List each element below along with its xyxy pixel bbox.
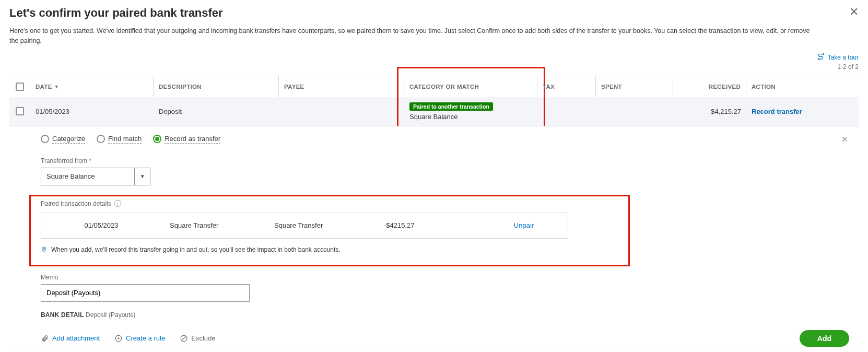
radio-unchecked-icon [41, 135, 49, 143]
memo-label: Memo [41, 274, 849, 281]
paired-payee: Square Transfer [266, 221, 376, 229]
paired-transaction-row: 01/05/2023 Square Transfer Square Transf… [41, 213, 568, 239]
col-category-label: CATEGORY OR MATCH [409, 84, 479, 90]
create-rule-link[interactable]: Create a rule [114, 334, 165, 342]
record-transfer-link[interactable]: Record transfer [752, 108, 802, 115]
row-payee [279, 106, 404, 116]
bank-detail-value: Deposit (Payouts) [86, 311, 135, 319]
col-spent[interactable]: SPENT [596, 76, 673, 97]
create-rule-label: Create a rule [126, 334, 165, 342]
col-date-label: DATE [36, 84, 52, 90]
paired-section-label: Paired transaction details [41, 200, 111, 207]
radio-find-match-label: Find match [108, 135, 142, 144]
table-row[interactable]: 01/05/2023 Deposit Paired to another tra… [9, 97, 859, 126]
row-category-value: Square Balance [409, 113, 458, 121]
radio-categorize[interactable]: Categorize [41, 135, 85, 144]
row-received: $4,215.27 [673, 102, 746, 121]
select-all-checkbox[interactable] [16, 83, 24, 91]
page-title: Let's confirm your paired bank transfer [9, 6, 223, 20]
row-tax [537, 106, 596, 116]
svg-line-5 [182, 336, 186, 340]
row-checkbox[interactable] [16, 107, 24, 115]
svg-point-0 [818, 58, 819, 59]
chevron-down-icon: ▾ [134, 168, 150, 185]
location-pin-icon [41, 246, 47, 255]
col-description[interactable]: DESCRIPTION [154, 76, 279, 97]
unpair-link[interactable]: Unpair [514, 221, 534, 229]
col-date[interactable]: DATE ▼ [30, 76, 154, 97]
exclude-icon [180, 334, 187, 342]
add-button[interactable]: Add [800, 330, 849, 347]
exclude-label: Exclude [191, 334, 215, 342]
lightning-icon [114, 334, 122, 342]
paired-amount: -$4215.27 [376, 221, 480, 229]
radio-find-match[interactable]: Find match [97, 135, 142, 144]
paperclip-icon [41, 334, 49, 342]
exclude-link[interactable]: Exclude [180, 334, 215, 342]
row-date: 01/05/2023 [30, 102, 154, 121]
add-attachment-link[interactable]: Add attachment [41, 334, 100, 342]
svg-point-1 [823, 53, 824, 54]
col-payee[interactable]: PAYEE [279, 76, 404, 97]
paired-badge: Paired to another transaction [409, 102, 493, 111]
transferred-from-label: Transferred from * [41, 157, 849, 165]
table-header: DATE ▼ DESCRIPTION PAYEE CATEGORY OR MAT… [9, 76, 859, 97]
sort-desc-icon: ▼ [54, 84, 59, 89]
transaction-detail-panel: ✕ Categorize Find match Record as transf… [9, 126, 859, 347]
svg-point-2 [43, 248, 45, 250]
collapse-panel-icon[interactable]: ✕ [841, 135, 848, 144]
bank-detail-label: BANK DETAIL [41, 311, 84, 319]
col-tax[interactable]: TAX [537, 76, 596, 97]
paired-hint: When you add, we'll record this transfer… [51, 246, 341, 253]
col-category[interactable]: CATEGORY OR MATCH [404, 76, 537, 97]
transferred-from-value: Square Balance [46, 172, 95, 180]
col-action[interactable]: ACTION [746, 76, 859, 97]
radio-record-transfer-label: Record as transfer [165, 135, 220, 144]
tour-link-label: Take a tour [828, 54, 859, 61]
memo-input[interactable] [41, 284, 250, 302]
col-received[interactable]: RECEIVED [673, 76, 746, 97]
radio-categorize-label: Categorize [52, 135, 85, 144]
add-attachment-label: Add attachment [52, 334, 100, 342]
transferred-from-select[interactable]: Square Balance ▾ [41, 168, 150, 185]
row-category: Paired to another transaction Square Bal… [404, 97, 537, 126]
row-spent [596, 106, 673, 116]
paired-description: Square Transfer [161, 221, 266, 229]
radio-record-transfer[interactable]: Record as transfer [153, 135, 220, 144]
pagination-range: 1-2 of 2 [817, 63, 859, 71]
close-icon[interactable]: ✕ [849, 6, 859, 18]
radio-unchecked-icon [97, 135, 105, 143]
page-subtitle: Here's one to get you started. We've ide… [9, 26, 814, 46]
row-description: Deposit [154, 102, 279, 121]
take-a-tour-link[interactable]: Take a tour [817, 53, 859, 62]
route-icon [817, 53, 825, 62]
paired-date: 01/05/2023 [41, 221, 161, 229]
radio-checked-icon [153, 135, 161, 143]
info-icon[interactable]: i [114, 200, 121, 207]
